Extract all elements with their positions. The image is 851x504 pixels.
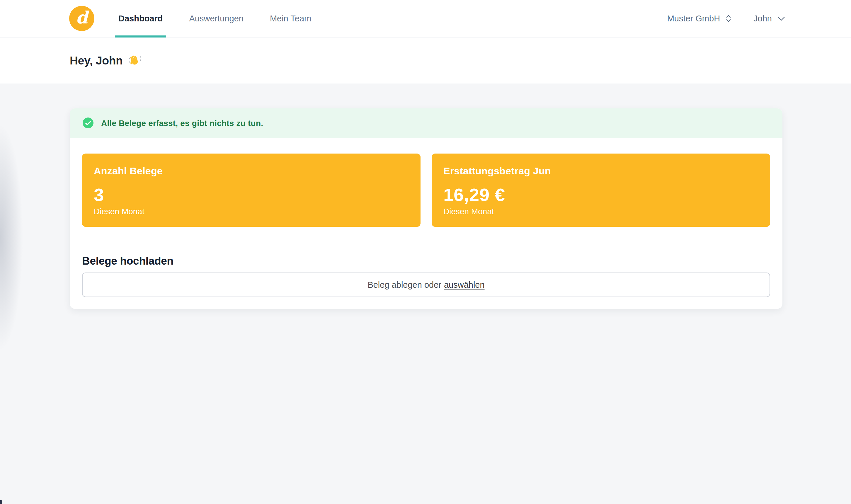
tab-auswertungen[interactable]: Auswertungen (188, 0, 245, 37)
stat-card-erstattungsbetrag: Erstattungsbetrag Jun 16,29 € Diesen Mon… (432, 154, 770, 227)
stat-bottom: 16,29 € Diesen Monat (443, 186, 758, 216)
tab-mein-team[interactable]: Mein Team (269, 0, 312, 37)
stat-title: Erstattungsbetrag Jun (443, 165, 758, 177)
stats-row: Anzahl Belege 3 Diesen Monat Erstattungs… (82, 154, 770, 227)
greeting-text: Hey, John (70, 54, 123, 67)
stat-title: Anzahl Belege (94, 165, 409, 177)
stat-subtitle: Diesen Monat (94, 207, 409, 216)
upload-heading: Belege hochladen (82, 255, 770, 267)
success-banner-text: Alle Belege erfasst, es gibt nichts zu t… (101, 119, 263, 128)
dashboard-card-body: Anzahl Belege 3 Diesen Monat Erstattungs… (70, 138, 782, 309)
dashboard-card: Alle Belege erfasst, es gibt nichts zu t… (70, 108, 782, 309)
page-greeting: Hey, John (70, 54, 142, 67)
chevron-up-down-icon (725, 14, 732, 23)
company-selector[interactable]: Muster GmbH (667, 14, 732, 23)
check-circle-icon (83, 118, 93, 129)
main-nav: Dashboard Auswertungen Mein Team (117, 0, 312, 37)
stat-value: 3 (94, 186, 409, 204)
user-menu-label: John (754, 14, 772, 23)
file-select-link[interactable]: auswählen (444, 280, 485, 290)
stat-bottom: 3 Diesen Monat (94, 186, 409, 216)
dropzone-text: Beleg ablegen oder (367, 280, 441, 290)
app-logo[interactable]: d (69, 6, 94, 31)
top-nav-bar: d Dashboard Auswertungen Mein Team Muste… (0, 0, 851, 37)
greeting-bar: Hey, John (0, 37, 851, 84)
user-menu[interactable]: John (754, 14, 785, 23)
tab-dashboard[interactable]: Dashboard (117, 0, 164, 37)
bottom-left-artifact (0, 500, 2, 504)
main-content: Alle Belege erfasst, es gibt nichts zu t… (0, 84, 851, 503)
stat-subtitle: Diesen Monat (443, 207, 758, 216)
waving-hand-emoji (128, 54, 142, 67)
company-selector-label: Muster GmbH (667, 14, 720, 23)
chevron-down-icon (777, 16, 785, 21)
stat-card-anzahl-belege: Anzahl Belege 3 Diesen Monat (82, 154, 420, 227)
upload-dropzone[interactable]: Beleg ablegen oder auswählen (82, 272, 770, 297)
header-right-group: Muster GmbH John (667, 0, 785, 37)
left-edge-shadow (0, 125, 38, 350)
app-root: d Dashboard Auswertungen Mein Team Muste… (0, 0, 851, 504)
stat-value: 16,29 € (443, 186, 758, 204)
app-logo-letter: d (76, 7, 88, 28)
success-banner: Alle Belege erfasst, es gibt nichts zu t… (70, 108, 782, 138)
